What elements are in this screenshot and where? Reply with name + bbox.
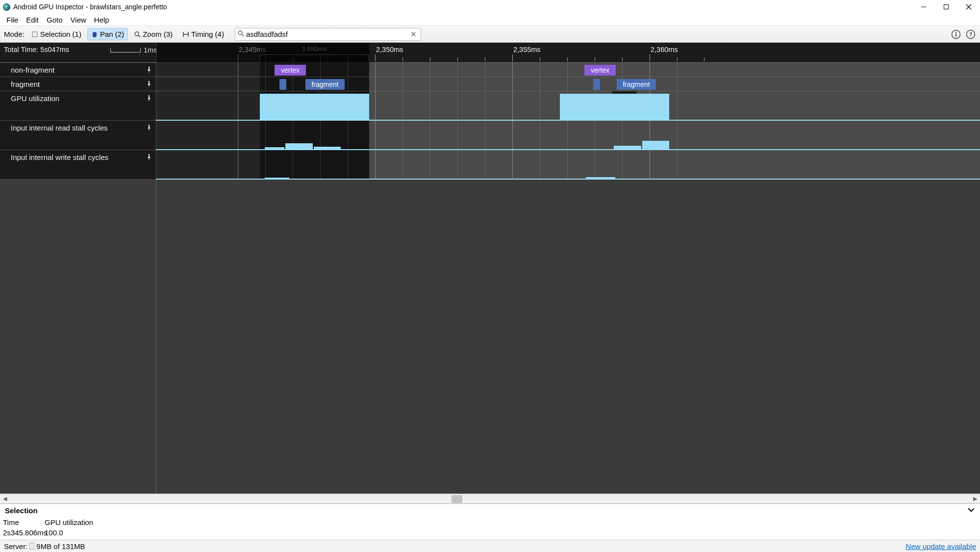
svg-rect-1 — [944, 5, 949, 9]
tick-label: 2,350ms — [376, 46, 403, 53]
selection-title: Selection — [5, 506, 38, 515]
scale-label: 1ms — [144, 46, 157, 54]
scroll-thumb[interactable] — [452, 495, 462, 503]
mode-label: Mode: — [4, 30, 25, 38]
chevron-down-icon[interactable] — [967, 506, 975, 515]
scroll-right-icon[interactable]: ▶ — [970, 496, 980, 502]
read-stall-bar[interactable] — [642, 141, 669, 149]
menu-file[interactable]: File — [2, 14, 22, 26]
mode-pan[interactable]: Pan (2) — [87, 28, 128, 40]
svg-line-11 — [242, 34, 244, 36]
help-button[interactable]: ? — [965, 29, 976, 40]
table-row[interactable]: 2s345.806ms 100.0 — [0, 527, 980, 538]
svg-point-5 — [135, 32, 139, 36]
col-time[interactable]: Time — [0, 517, 42, 527]
mode-timing-label: Timing (4) — [191, 30, 224, 38]
titlebar: Android GPU Inspector - brawlstars_angle… — [0, 0, 980, 14]
search-box[interactable]: ✕ — [235, 28, 421, 41]
tick-label: 2,345ms — [239, 46, 266, 53]
pin-icon[interactable] — [146, 124, 152, 132]
track-label: Input internal read stall cycles — [11, 124, 108, 132]
maximize-button[interactable] — [935, 0, 957, 14]
memory-bar-icon — [29, 543, 34, 550]
svg-point-13 — [955, 31, 956, 32]
search-input[interactable] — [244, 30, 408, 38]
pin-icon[interactable] — [146, 80, 152, 88]
svg-rect-4 — [32, 32, 37, 37]
track-row[interactable] — [156, 150, 980, 180]
update-link[interactable]: New update available — [906, 542, 976, 551]
app-icon — [3, 3, 10, 11]
server-label: Server: — [4, 542, 27, 551]
tick-label: 2,360ms — [651, 46, 678, 53]
write-stall-bar[interactable] — [586, 177, 615, 179]
track-gpu-util[interactable]: GPU utilization — [0, 91, 156, 121]
svg-point-10 — [238, 31, 242, 35]
scroll-left-icon[interactable]: ◀ — [0, 496, 10, 502]
timeline-view[interactable]: Total Time: 5s047ms 1ms 2,345ms 2,350ms … — [0, 43, 980, 494]
horizontal-scrollbar[interactable]: ◀ ▶ — [0, 494, 980, 503]
event-fragment-small[interactable] — [279, 79, 286, 90]
track-fragment[interactable]: fragment — [0, 77, 156, 91]
selection-icon — [31, 31, 38, 38]
pin-icon[interactable] — [146, 94, 152, 103]
mode-timing[interactable]: Timing (4) — [178, 28, 228, 40]
window-title: Android GPU Inspector - brawlstars_angle… — [13, 3, 167, 11]
read-stall-bar[interactable] — [614, 146, 641, 149]
toolbar: Mode: Selection (1) Pan (2) Zoom (3) Tim… — [0, 26, 980, 43]
memory-text: 9MB of 131MB — [36, 542, 85, 551]
event-fragment[interactable]: fragment — [617, 79, 656, 90]
track-write-stall[interactable]: Input internal write stall cycles — [0, 150, 156, 180]
svg-text:?: ? — [969, 31, 973, 37]
col-value[interactable]: GPU utilization — [42, 517, 96, 527]
menubar: File Edit Goto View Help — [0, 14, 980, 26]
event-fragment[interactable]: fragment — [305, 79, 345, 90]
selection-table: Time GPU utilization 2s345.806ms 100.0 2… — [0, 517, 980, 540]
scale-indicator: 1ms — [110, 46, 157, 54]
menu-view[interactable]: View — [67, 14, 90, 26]
close-button[interactable] — [957, 0, 980, 14]
mode-selection-label: Selection (1) — [40, 30, 81, 38]
search-clear-icon[interactable]: ✕ — [408, 30, 419, 39]
track-row[interactable] — [156, 121, 980, 150]
track-label: GPU utilization — [11, 94, 59, 103]
gpu-util-block[interactable] — [560, 94, 669, 120]
svg-line-6 — [138, 35, 140, 37]
mode-zoom-label: Zoom (3) — [143, 30, 173, 38]
menu-edit[interactable]: Edit — [22, 14, 43, 26]
mode-pan-label: Pan (2) — [100, 30, 124, 38]
read-stall-bar[interactable] — [285, 143, 313, 149]
selection-panel: Selection Time GPU utilization 2s345.806… — [0, 503, 980, 540]
mode-zoom[interactable]: Zoom (3) — [130, 28, 176, 40]
track-label: non-fragment — [11, 66, 54, 74]
track-read-stall[interactable]: Input internal read stall cycles — [0, 121, 156, 150]
svg-rect-14 — [955, 33, 956, 36]
event-fragment-small[interactable] — [593, 79, 600, 90]
read-stall-bar[interactable] — [265, 147, 284, 149]
track-label: fragment — [11, 80, 40, 88]
time-ruler[interactable]: Total Time: 5s047ms 1ms 2,345ms 2,350ms … — [0, 43, 980, 63]
total-time-label: Total Time: 5s047ms — [4, 46, 69, 53]
zoom-icon — [134, 31, 141, 38]
menu-goto[interactable]: Goto — [43, 14, 67, 26]
event-vertex[interactable]: vertex — [275, 65, 306, 76]
statusbar: Server: 9MB of 131MB New update availabl… — [0, 540, 980, 552]
tick-label: 2,355ms — [513, 46, 541, 53]
gpu-util-block[interactable] — [260, 94, 369, 120]
pin-icon[interactable] — [146, 66, 152, 74]
mode-selection[interactable]: Selection (1) — [27, 28, 85, 40]
selection-duration: 3.980ms — [260, 54, 369, 61]
event-vertex[interactable]: vertex — [584, 65, 616, 76]
info-button[interactable] — [951, 29, 961, 40]
timing-icon — [182, 31, 189, 38]
track-label: Input internal write stall cycles — [11, 153, 108, 161]
track-non-fragment[interactable]: non-fragment — [0, 63, 156, 77]
menu-help[interactable]: Help — [90, 14, 113, 26]
hand-icon — [91, 31, 98, 38]
pin-icon[interactable] — [146, 153, 152, 161]
minimize-button[interactable] — [912, 0, 935, 14]
write-stall-bar[interactable] — [265, 178, 289, 179]
search-icon — [237, 30, 244, 38]
read-stall-bar[interactable] — [314, 147, 341, 149]
